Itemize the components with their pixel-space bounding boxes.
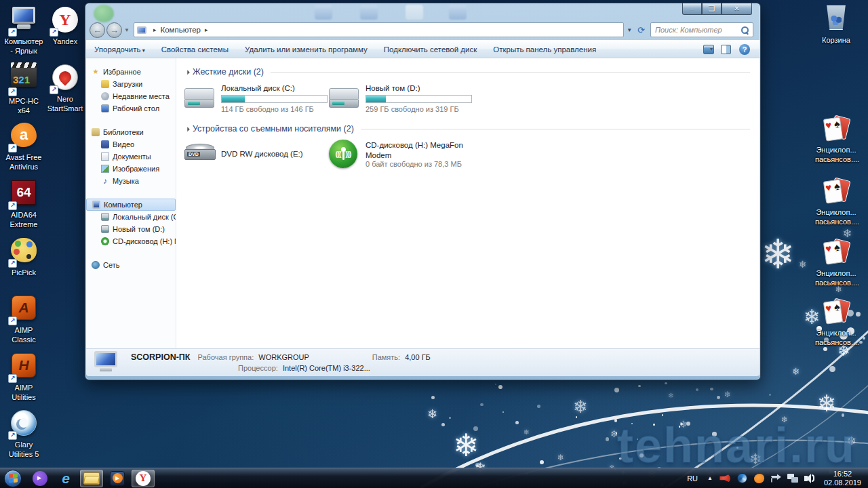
desktop-icon-label: Энциклоп... пасьянсов.... — [815, 329, 857, 348]
desktop-icon-recycle[interactable]: Корзина — [815, 4, 857, 45]
organize-button[interactable]: Упорядочить — [86, 45, 153, 54]
shortcut-arrow-icon — [8, 431, 17, 440]
sidebar-group: БиблиотекиВидеоДокументыИзображенияМузык… — [86, 126, 176, 187]
desktop-icon-aimputil[interactable]: HAIMP Utilities — [3, 351, 45, 403]
sidebar-item[interactable]: Сеть — [86, 259, 176, 271]
search-box[interactable]: Поиск: Компьютер — [650, 22, 753, 37]
drive-tile[interactable]: Новый том (D:)259 ГБ свободно из 319 ГБ — [328, 81, 472, 115]
sidebar-item[interactable]: Изображения — [86, 163, 176, 175]
map-network-drive-button[interactable]: Подключить сетевой диск — [376, 45, 485, 54]
libraries-icon — [92, 128, 100, 136]
internet-explorer-icon: e — [62, 470, 70, 487]
language-indicator[interactable]: RU — [682, 474, 703, 483]
sidebar-item[interactable]: Локальный диск (C:) — [86, 211, 176, 223]
minimize-button[interactable] — [682, 3, 702, 15]
sidebar-item[interactable]: Музыка — [86, 175, 176, 187]
sidebar-item[interactable]: CD-дисковод (H:) M — [86, 235, 176, 247]
desktop-icon — [101, 104, 109, 113]
breadcrumb-path[interactable]: Компьютер — [160, 26, 201, 34]
tray-aimp-icon[interactable] — [719, 472, 731, 484]
titlebar[interactable] — [85, 3, 760, 21]
taskbar-yandex-browser-button[interactable]: Y — [132, 470, 155, 487]
sidebar-item[interactable]: Рабочий стол — [86, 102, 176, 115]
preview-pane-icon[interactable] — [721, 45, 731, 54]
refresh-icon[interactable] — [637, 25, 645, 35]
taskbar-explorer-button[interactable] — [80, 470, 103, 487]
uninstall-program-button[interactable]: Удалить или изменить программу — [237, 45, 376, 54]
address-bar[interactable]: Компьютер — [134, 22, 624, 37]
tray-avast-icon[interactable] — [753, 472, 765, 484]
clock[interactable]: 16:52 02.08.2019 — [818, 470, 868, 487]
show-hidden-icons-icon[interactable] — [703, 475, 717, 481]
sidebar-item[interactable]: Видео — [86, 138, 176, 150]
section-title[interactable]: Жесткие диски (2) — [193, 67, 264, 77]
desktop-icon-picpick[interactable]: PicPick — [3, 236, 45, 278]
recent-icon — [101, 92, 109, 100]
desktop-icon-aimp[interactable]: AAIMP Classic — [3, 293, 45, 345]
help-icon[interactable] — [739, 44, 750, 55]
explorer-window: ← → ▼ Компьютер Поиск: Компьютер Упорядо… — [85, 3, 761, 380]
tray-glary-icon[interactable] — [736, 472, 748, 484]
open-control-panel-button[interactable]: Открыть панель управления — [485, 45, 604, 54]
collapse-triangle-icon[interactable] — [182, 125, 190, 132]
desktop-icon-label: Glary Utilities 5 — [3, 441, 45, 460]
tray-network-icon[interactable] — [787, 472, 799, 484]
desktop-icon-aida[interactable]: 64AIDA64 Extreme — [3, 178, 45, 230]
ghost-desktop-icon — [315, 5, 332, 20]
change-view-dropdown-icon[interactable] — [710, 46, 713, 52]
desktop-icon-solitaire[interactable]: ♥♠Энциклоп... пасьянсов.... — [815, 239, 857, 288]
sidebar-item[interactable]: Новый том (D:) — [86, 223, 176, 235]
section-title[interactable]: Устройства со съемными носителями (2) — [193, 124, 354, 134]
back-button[interactable]: ← — [90, 22, 105, 38]
desktop-icon-yandex[interactable]: YYandex — [44, 5, 86, 47]
tray-volume-icon[interactable] — [804, 472, 816, 484]
tray-action-center-icon[interactable] — [770, 472, 782, 484]
documents-icon — [101, 152, 109, 161]
aida-icon: 64 — [9, 180, 38, 209]
desktop-icon-nero[interactable]: Nero StartSmart — [44, 63, 86, 114]
start-button[interactable] — [4, 470, 22, 487]
sidebar-item[interactable]: Загрузки — [86, 78, 176, 90]
drive-tile[interactable]: DVDDVD RW дисковод (E:) — [183, 138, 328, 171]
desktop-icon-mpc[interactable]: 321MPC-HC x64 — [3, 63, 45, 116]
shortcut-arrow-icon — [8, 317, 17, 325]
desktop-icon-solitaire[interactable]: ♥♠Энциклоп... пасьянсов.... — [815, 178, 857, 227]
wallpaper-watermark: tehnari.ru — [617, 418, 856, 473]
sidebar-item-label: Новый том (D:) — [113, 225, 165, 233]
drive-tile[interactable]: Локальный диск (C:)114 ГБ свободно из 14… — [183, 81, 328, 115]
solitaire-icon: ♥♠ — [822, 178, 850, 206]
capacity-bar — [221, 95, 328, 103]
desktop-icon-solitaire[interactable]: ♥♠Энциклоп... пасьянсов.... — [815, 298, 857, 348]
desktop-icon-solitaire[interactable]: ♥♠Энциклоп... пасьянсов.... — [815, 115, 857, 165]
maximize-button[interactable] — [702, 3, 722, 15]
desktop-icon-computer[interactable]: Компьютер - Ярлык — [3, 5, 45, 56]
history-dropdown-icon[interactable]: ▼ — [124, 27, 130, 33]
sidebar-item[interactable]: Недавние места — [86, 90, 176, 102]
sidebar-item[interactable]: Библиотеки — [86, 126, 176, 138]
taskbar-internet-explorer-button[interactable]: e — [54, 470, 77, 487]
sidebar-item[interactable]: Документы — [86, 150, 176, 163]
sidebar-item-label: Рабочий стол — [113, 104, 159, 113]
sidebar-item-label: Видео — [113, 140, 134, 148]
desktop-icon-avast[interactable]: aAvast Free Antivirus — [3, 121, 45, 172]
sidebar-item[interactable]: Избранное — [86, 66, 176, 78]
navigation-pane: ИзбранноеЗагрузкиНедавние местаРабочий с… — [86, 58, 176, 348]
shortcut-arrow-icon — [8, 201, 17, 210]
shortcut-arrow-icon — [8, 259, 17, 268]
sidebar-item[interactable]: Компьютер — [86, 199, 176, 211]
collapse-triangle-icon[interactable] — [182, 68, 190, 75]
close-button[interactable] — [722, 3, 752, 15]
desktop-icon-label: Компьютер - Ярлык — [3, 37, 45, 56]
taskbar-media-player-button[interactable] — [106, 470, 129, 487]
desktop-icon-glary[interactable]: Glary Utilities 5 — [3, 409, 45, 460]
forward-button[interactable]: → — [106, 22, 122, 38]
search-icon[interactable] — [741, 26, 749, 34]
desktop-icon-label: Nero StartSmart — [44, 95, 86, 114]
drive-tile[interactable]: ((()))CD-дисковод (H:) MegaFon Modem0 ба… — [328, 138, 472, 171]
sidebar-item-label: Библиотеки — [103, 128, 144, 136]
address-dropdown-icon[interactable] — [627, 27, 632, 33]
solitaire-icon: ♥♠ — [822, 239, 850, 267]
folder-icon — [83, 472, 100, 485]
system-properties-button[interactable]: Свойства системы — [153, 45, 237, 54]
taskbar-alice-button[interactable] — [28, 470, 52, 487]
